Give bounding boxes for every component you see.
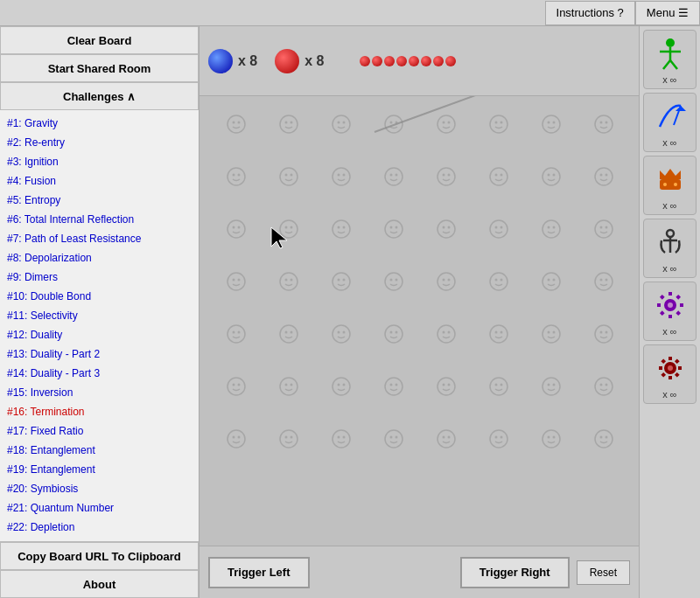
svg-point-138 [238,384,241,386]
powerup-icon-blue-arrow [651,97,690,136]
svg-point-174 [396,436,398,439]
svg-point-163 [228,430,245,448]
svg-rect-217 [674,372,679,378]
challenge-item[interactable]: #13: Duality - Part 2 [0,344,199,364]
svg-point-116 [338,331,340,334]
challenge-item[interactable]: #1: Gravity [0,114,199,133]
svg-point-41 [443,174,445,177]
game-board[interactable] [200,96,639,546]
copy-url-button[interactable]: Copy Board URL To Clipboard [0,542,199,570]
start-shared-room-button[interactable]: Start Shared Room [0,54,199,82]
clear-board-button[interactable]: Clear Board [0,26,199,54]
svg-point-205 [668,302,673,308]
powerup-dark-red-gear[interactable]: x ∞ [643,344,696,404]
svg-point-159 [606,384,608,386]
about-button[interactable]: About [0,570,199,598]
challenge-item[interactable]: #21: Quantum Number [0,498,199,518]
challenge-item[interactable]: #6: Total Internal Reflection [0,210,199,229]
svg-point-92 [390,279,393,282]
smiley-decoration [488,323,509,347]
svg-point-144 [343,384,346,386]
svg-point-90 [343,279,346,282]
smiley-decoration [331,428,352,452]
smiley-decoration [541,219,562,242]
svg-point-114 [290,331,293,334]
instructions-button[interactable]: Instructions ? [545,1,635,25]
svg-rect-220 [659,366,662,370]
challenge-item[interactable]: #5: Entropy [0,191,199,210]
challenges-list: #1: Gravity#2: Re-entry#3: Ignition#4: F… [0,110,199,541]
challenge-item[interactable]: #16: Termination [0,402,199,421]
challenge-item[interactable]: #2: Re-entry [0,133,199,152]
svg-point-182 [548,436,550,439]
challenge-item[interactable]: #4: Fusion [0,171,199,191]
powerup-count-purple-gear: x ∞ [662,326,676,337]
svg-point-24 [606,122,608,124]
small-red-ball [372,56,382,66]
svg-point-5 [285,122,288,124]
svg-point-66 [396,226,398,229]
svg-rect-218 [668,376,672,379]
svg-point-70 [490,220,508,238]
challenge-item[interactable]: #10: Double Bond [0,287,199,306]
svg-point-13 [438,115,455,133]
sidebar: Clear Board Start Shared Room Challenges… [0,26,200,598]
smiley-decoration [593,376,614,400]
challenge-item[interactable]: #8: Depolarization [0,248,199,268]
svg-point-77 [600,226,603,229]
svg-point-146 [390,384,393,386]
trigger-left-button[interactable]: Trigger Left [208,557,310,588]
svg-point-16 [490,115,508,133]
powerup-anchor[interactable]: x ∞ [643,219,696,278]
challenge-item[interactable]: #19: Entanglement [0,460,199,479]
svg-point-43 [490,168,508,185]
challenge-item[interactable]: #7: Path of Least Resistance [0,229,199,248]
challenge-item[interactable]: #17: Fixed Ratio [0,421,199,441]
svg-point-78 [606,226,608,229]
challenge-item[interactable]: #9: Dimers [0,268,199,287]
svg-point-33 [290,174,293,177]
challenge-item[interactable]: #18: Entanglement [0,441,199,460]
smiley-decoration [383,219,404,242]
svg-point-96 [448,279,451,282]
powerup-count-anchor: x ∞ [662,263,676,274]
svg-point-85 [280,273,298,290]
smiley-decoration [488,428,509,452]
svg-point-49 [595,168,612,185]
svg-point-45 [500,174,503,177]
svg-point-28 [228,168,245,185]
challenge-item[interactable]: #12: Duality [0,325,199,344]
svg-point-39 [396,174,398,177]
powerup-orange-crown[interactable]: x ∞ [643,156,696,215]
powerup-purple-gear[interactable]: x ∞ [643,282,696,341]
svg-point-98 [495,279,498,282]
challenges-header[interactable]: Challenges ∧ [0,82,199,110]
smiley-decoration [226,428,247,452]
challenge-item[interactable]: #20: Symbiosis [0,479,199,498]
svg-point-100 [542,273,560,290]
svg-point-40 [438,168,455,185]
powerup-icon-purple-gear [651,286,690,324]
svg-point-73 [542,220,560,238]
svg-point-152 [495,384,498,386]
svg-point-105 [606,279,608,282]
challenge-item[interactable]: #3: Ignition [0,152,199,171]
smiley-decoration [278,376,299,400]
challenge-item[interactable]: #15: Inversion [0,383,199,402]
challenge-item[interactable]: #22: Depletion [0,518,199,537]
smiley-decoration [383,114,404,137]
smiley-decoration [541,323,562,347]
menu-button[interactable]: Menu ☰ [635,1,700,25]
svg-point-153 [500,384,503,386]
challenge-item[interactable]: #14: Duality - Part 3 [0,364,199,383]
challenge-item[interactable]: #11: Selectivity [0,306,199,325]
powerup-green-splitter[interactable]: x ∞ [643,30,696,89]
svg-point-121 [438,325,455,343]
svg-point-76 [595,220,612,238]
reset-button[interactable]: Reset [577,560,630,585]
smiley-decoration [278,323,299,347]
svg-point-184 [595,430,612,448]
small-red-ball [421,56,431,66]
trigger-right-button[interactable]: Trigger Right [460,557,570,588]
powerup-blue-arrow[interactable]: x ∞ [643,93,696,152]
